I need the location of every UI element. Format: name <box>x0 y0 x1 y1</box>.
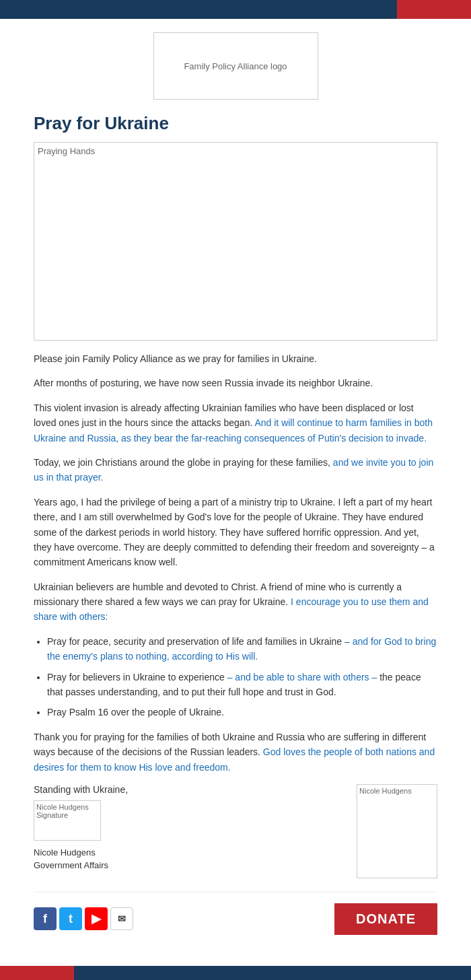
facebook-icon[interactable]: f <box>34 907 57 930</box>
bullet-item-3: Pray Psalm 16 over the people of Ukraine… <box>47 705 437 720</box>
main-container: Family Policy Alliance logo Pray for Ukr… <box>0 19 471 966</box>
twitter-icon[interactable]: t <box>59 907 82 930</box>
bullet-list: Pray for peace, security and preservatio… <box>47 634 437 720</box>
top-banner-blue <box>0 0 397 19</box>
top-banner-red <box>397 0 471 19</box>
social-icons: f t ▶ ✉ <box>34 907 133 930</box>
bottom-banner <box>0 966 471 980</box>
paragraph-7: Thank you for praying for the families o… <box>34 730 437 775</box>
paragraph-3: This violent invasion is already affecti… <box>34 400 437 446</box>
paragraph-2: After months of posturing, we have now s… <box>34 376 437 390</box>
social-donate-row: f t ▶ ✉ Donate <box>34 892 437 946</box>
donate-button[interactable]: Donate <box>334 903 437 935</box>
logo-area: Family Policy Alliance logo <box>34 32 437 100</box>
bullet-item-1: Pray for peace, security and preservatio… <box>47 634 437 664</box>
bottom-banner-red <box>0 966 74 980</box>
youtube-icon[interactable]: ▶ <box>85 907 108 930</box>
top-banner <box>0 0 471 19</box>
logo-image: Family Policy Alliance logo <box>153 32 318 100</box>
standing-text: Standing with Ukraine, <box>34 784 128 795</box>
paragraph-6: Ukrainian believers are humble and devot… <box>34 580 437 625</box>
signature-image: Nicole Hudgens Signature <box>34 800 101 841</box>
sender-photo: Nicole Hudgens <box>357 784 437 878</box>
page-title: Pray for Ukraine <box>34 113 437 134</box>
praying-hands-image: Praying Hands <box>34 142 437 341</box>
signature-area: Standing with Ukraine, Nicole Hudgens Si… <box>34 784 437 878</box>
bottom-banner-blue <box>74 966 471 980</box>
email-icon[interactable]: ✉ <box>110 907 133 930</box>
signer-name: Nicole Hudgens Government Affairs <box>34 846 128 872</box>
paragraph-5: Years ago, I had the privilege of being … <box>34 495 437 570</box>
paragraph-1: Please join Family Policy Alliance as we… <box>34 351 437 366</box>
signature-left: Standing with Ukraine, Nicole Hudgens Si… <box>34 784 128 872</box>
bullet-item-2: Pray for believers in Ukraine to experie… <box>47 670 437 700</box>
paragraph-4: Today, we join Christians around the glo… <box>34 455 437 485</box>
